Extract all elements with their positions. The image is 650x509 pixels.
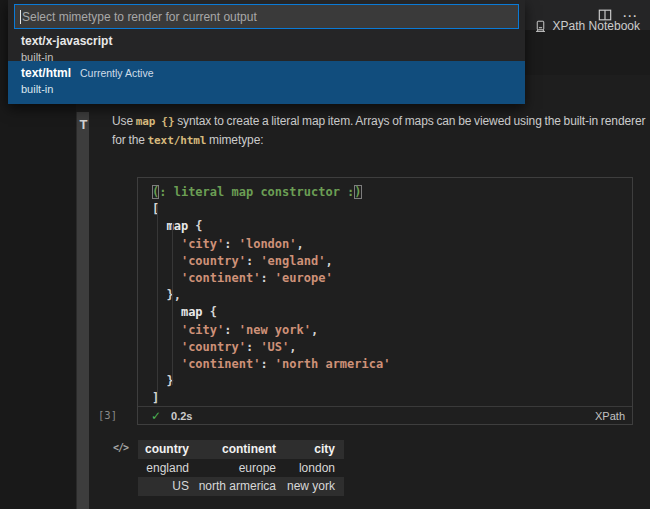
table-row: england europe london <box>138 459 344 478</box>
table-header-city: city <box>285 440 344 459</box>
vertical-scrollbar[interactable] <box>76 112 89 509</box>
text-cursor <box>20 10 21 24</box>
success-check-icon: ✓ <box>151 409 161 423</box>
quickpick-option-text-html[interactable]: text/html Currently Active built-in <box>8 61 525 104</box>
indent-guide <box>157 205 158 403</box>
output-table: country continent city england europe lo… <box>138 440 344 496</box>
kernel-picker-label: XPath Notebook <box>553 19 640 33</box>
option-label: text/html <box>21 66 71 81</box>
option-label: text/x-javascript <box>21 34 112 49</box>
table-header-continent: continent <box>198 440 285 459</box>
scrollbar-letter: T <box>77 117 90 132</box>
quickpick-option-text-x-javascript[interactable]: text/x-javascript built-in <box>8 31 525 61</box>
markdown-line-2: for the text/html mimetype: <box>112 131 650 150</box>
quickpick-placeholder: Select mimetype to render for current ou… <box>22 10 257 24</box>
markdown-line-1: Use map {} syntax to create a literal ma… <box>112 112 650 131</box>
table-row: US north armerica new york <box>138 477 344 496</box>
inline-code-map: map {} <box>136 115 175 128</box>
cell-language-picker[interactable]: XPath <box>595 410 625 422</box>
option-badge: Currently Active <box>80 67 154 79</box>
option-detail: built-in <box>21 82 525 96</box>
markdown-cell: Use map {} syntax to create a literal ma… <box>112 112 650 150</box>
kernel-picker[interactable]: XPath Notebook <box>534 19 640 33</box>
cell-status-bar: ✓ 0.2s XPath <box>138 407 632 425</box>
mimetype-quickpick: Select mimetype to render for current ou… <box>8 0 525 104</box>
inline-code-texthtml: text/html <box>148 134 207 147</box>
code-lines: (: literal map constructor :)[ map { 'ci… <box>152 184 632 405</box>
table-header-row: country continent city <box>138 440 344 459</box>
indent-guide <box>172 223 173 385</box>
code-editor[interactable]: (: literal map constructor :)[ map { 'ci… <box>138 178 632 405</box>
execution-order-label: [3] <box>98 409 117 421</box>
output-mimetype-icon[interactable]: </> <box>113 442 128 453</box>
table-header-country: country <box>138 440 198 459</box>
execution-duration: 0.2s <box>171 410 192 422</box>
code-cell: (: literal map constructor :)[ map { 'ci… <box>137 177 633 425</box>
quickpick-input[interactable]: Select mimetype to render for current ou… <box>14 4 519 29</box>
kernel-icon <box>534 20 547 33</box>
